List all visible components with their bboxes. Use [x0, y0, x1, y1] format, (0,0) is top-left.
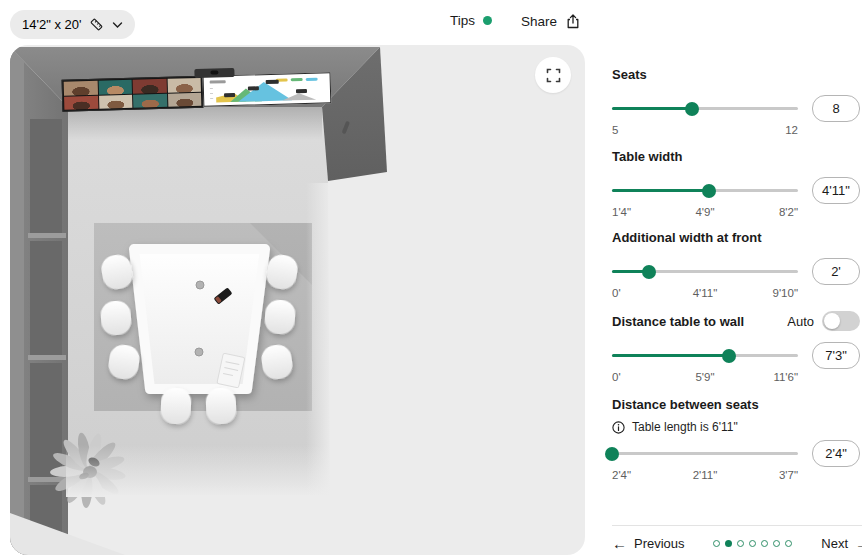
tick-min: 0' [612, 287, 621, 299]
video-participant-tile [64, 81, 98, 95]
slider-group-table-width: Table width 1'4" 4'9" 8'2" [612, 148, 860, 220]
slider-fill [612, 189, 709, 192]
tick-max: 11'6" [773, 371, 798, 383]
slider-fill [612, 107, 692, 110]
slider-thumb[interactable] [605, 447, 619, 461]
chevron-down-icon [112, 21, 123, 29]
floor-fade-bottom [66, 445, 332, 497]
pagination-dot[interactable] [737, 540, 744, 547]
share-button[interactable]: Share [521, 13, 581, 30]
chair [160, 387, 191, 424]
slider-group-distance-seats: Distance between seats Table length is 6… [612, 396, 860, 483]
arrow-left-icon: ← [612, 536, 627, 551]
room-size-button[interactable]: 14'2" x 20' [10, 10, 135, 39]
table-port [195, 348, 203, 356]
slider-thumb[interactable] [702, 184, 716, 198]
info-note: Table length is 6'11" [632, 420, 738, 434]
slider-thumb[interactable] [642, 265, 656, 279]
slider-thumb[interactable] [685, 102, 699, 116]
pagination-bar: ← Previous Next → [612, 536, 862, 551]
slider-fill [612, 354, 729, 357]
tips-status-dot [483, 16, 492, 25]
fullscreen-icon [546, 68, 561, 83]
slider-thumb[interactable] [722, 349, 736, 363]
tick-max: 8'2" [779, 206, 798, 218]
room-canvas[interactable] [10, 45, 585, 555]
ruler-icon [89, 17, 104, 32]
left-wall-edge [10, 47, 24, 555]
chair [205, 387, 236, 424]
camera-bar [194, 68, 234, 78]
slider-label: Table width [612, 149, 683, 164]
room-designer-app: { "header": { "room_size": "14'2\" x 20'… [0, 0, 862, 555]
presentation-screen [203, 72, 332, 107]
distance-seats-value-input[interactable] [812, 440, 860, 467]
table[interactable] [134, 249, 265, 389]
additional-width-value-input[interactable] [812, 258, 860, 285]
auto-toggle[interactable] [822, 311, 860, 331]
video-participant-tile [133, 93, 167, 107]
distance-wall-value-input[interactable] [812, 342, 860, 369]
next-button[interactable]: Next → [821, 536, 862, 551]
tick-min: 1'4" [612, 206, 631, 218]
share-label: Share [521, 14, 557, 29]
video-participant-tile [167, 92, 201, 106]
top-bar: 14'2" x 20' Tips Share [0, 0, 862, 45]
tick-max: 12 [785, 124, 798, 136]
slider-label: Seats [612, 67, 647, 82]
tips-label: Tips [450, 13, 475, 28]
tick-min: 5 [612, 124, 618, 136]
video-participant-tile [99, 94, 133, 108]
video-participant-tile [133, 79, 167, 93]
tick-min: 2'4" [612, 469, 631, 481]
tick-max: 3'7" [779, 469, 798, 481]
slider-group-additional-width: Additional width at front 0' 4'11" 9'10" [612, 229, 860, 301]
tick-min: 0' [612, 371, 621, 383]
distance-seats-slider[interactable] [612, 440, 798, 467]
video-call-screen [62, 76, 204, 112]
pagination-dots [713, 540, 792, 547]
tips-button[interactable]: Tips [450, 13, 492, 28]
seats-value-input[interactable] [812, 95, 860, 122]
auto-label: Auto [787, 314, 814, 329]
tick-mid: 2'11" [693, 469, 718, 481]
pagination-dot[interactable] [749, 540, 756, 547]
info-icon [612, 421, 625, 434]
slider-label: Additional width at front [612, 230, 761, 245]
room-scene [10, 45, 585, 555]
slider-track[interactable] [612, 452, 798, 455]
fullscreen-button[interactable] [535, 57, 571, 93]
slider-group-seats: Seats 5 12 [612, 66, 860, 138]
panel-divider [612, 525, 862, 526]
pagination-dot[interactable] [725, 540, 732, 547]
pagination-dot[interactable] [713, 540, 720, 547]
slider-group-distance-wall: Distance table to wall Auto 0' 5'9" 11'6… [612, 313, 860, 385]
next-label: Next [821, 536, 848, 551]
tick-mid: 4'11" [693, 287, 718, 299]
slider-label: Distance between seats [612, 397, 759, 412]
pagination-dot[interactable] [761, 540, 768, 547]
share-icon [565, 13, 581, 30]
video-participant-tile [98, 80, 132, 94]
toggle-knob [824, 313, 840, 329]
video-participant-tile [167, 78, 201, 92]
table-width-slider[interactable] [612, 177, 798, 204]
pagination-dot[interactable] [785, 540, 792, 547]
previous-button[interactable]: ← Previous [612, 536, 685, 551]
pagination-dot[interactable] [773, 540, 780, 547]
room-size-label: 14'2" x 20' [22, 17, 81, 32]
arrow-right-icon: → [855, 536, 862, 551]
settings-panel: Seats 5 12 Table width 1'4" 4'9 [612, 45, 862, 555]
tick-max: 9'10" [773, 287, 798, 299]
previous-label: Previous [634, 536, 685, 551]
distance-wall-slider[interactable] [612, 342, 798, 369]
floor-fade-right [306, 183, 332, 497]
additional-width-slider[interactable] [612, 258, 798, 285]
video-participant-tile [64, 95, 98, 109]
tick-mid: 5'9" [695, 371, 714, 383]
table-port [196, 281, 204, 289]
seats-slider[interactable] [612, 95, 798, 122]
table-width-value-input[interactable] [812, 177, 860, 204]
slider-label: Distance table to wall [612, 314, 744, 329]
tick-mid: 4'9" [695, 206, 714, 218]
